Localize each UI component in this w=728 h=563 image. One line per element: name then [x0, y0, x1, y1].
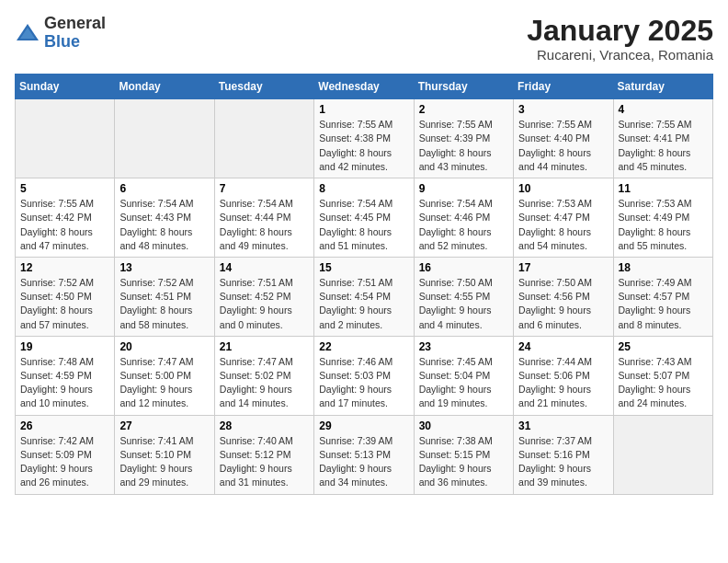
- day-info: Sunrise: 7:38 AM Sunset: 5:15 PM Dayligh…: [419, 434, 508, 490]
- calendar-week-2: 5Sunrise: 7:55 AM Sunset: 4:42 PM Daylig…: [16, 178, 713, 258]
- day-number: 19: [20, 340, 109, 353]
- calendar-cell: 29Sunrise: 7:39 AM Sunset: 5:13 PM Dayli…: [314, 415, 414, 494]
- calendar-cell: 13Sunrise: 7:52 AM Sunset: 4:51 PM Dayli…: [115, 257, 214, 336]
- calendar-week-5: 26Sunrise: 7:42 AM Sunset: 5:09 PM Dayli…: [16, 415, 713, 494]
- calendar-cell: 15Sunrise: 7:51 AM Sunset: 4:54 PM Dayli…: [314, 257, 414, 336]
- day-info: Sunrise: 7:53 AM Sunset: 4:49 PM Dayligh…: [619, 197, 708, 253]
- calendar-table: SundayMondayTuesdayWednesdayThursdayFrid…: [15, 74, 713, 494]
- weekday-header-saturday: Saturday: [613, 75, 712, 99]
- calendar-cell: 26Sunrise: 7:42 AM Sunset: 5:09 PM Dayli…: [16, 415, 115, 494]
- day-number: 23: [419, 340, 508, 353]
- logo-general-text: General: [44, 14, 106, 32]
- day-info: Sunrise: 7:53 AM Sunset: 4:47 PM Dayligh…: [518, 197, 608, 253]
- day-info: Sunrise: 7:54 AM Sunset: 4:46 PM Dayligh…: [419, 197, 508, 253]
- day-number: 25: [619, 340, 708, 353]
- logo-blue-text: Blue: [44, 32, 80, 51]
- day-number: 28: [220, 419, 309, 432]
- day-info: Sunrise: 7:55 AM Sunset: 4:42 PM Dayligh…: [20, 197, 109, 253]
- calendar-cell: 1Sunrise: 7:55 AM Sunset: 4:38 PM Daylig…: [314, 99, 414, 178]
- day-info: Sunrise: 7:55 AM Sunset: 4:41 PM Dayligh…: [619, 118, 708, 174]
- day-number: 12: [20, 261, 109, 274]
- day-info: Sunrise: 7:55 AM Sunset: 4:40 PM Dayligh…: [518, 118, 608, 174]
- day-number: 21: [220, 340, 309, 353]
- day-number: 16: [419, 261, 508, 274]
- calendar-cell: [16, 99, 115, 178]
- day-info: Sunrise: 7:40 AM Sunset: 5:12 PM Dayligh…: [220, 434, 309, 490]
- calendar-cell: 4Sunrise: 7:55 AM Sunset: 4:41 PM Daylig…: [613, 99, 712, 178]
- day-info: Sunrise: 7:55 AM Sunset: 4:38 PM Dayligh…: [319, 118, 408, 174]
- calendar-cell: 3Sunrise: 7:55 AM Sunset: 4:40 PM Daylig…: [514, 99, 613, 178]
- day-number: 26: [20, 419, 109, 432]
- weekday-header-wednesday: Wednesday: [314, 75, 414, 99]
- day-info: Sunrise: 7:55 AM Sunset: 4:39 PM Dayligh…: [419, 118, 508, 174]
- calendar-cell: 11Sunrise: 7:53 AM Sunset: 4:49 PM Dayli…: [613, 178, 712, 258]
- logo-icon: [15, 20, 40, 46]
- weekday-header-monday: Monday: [115, 75, 214, 99]
- day-number: 27: [119, 419, 209, 432]
- day-number: 24: [518, 340, 608, 353]
- calendar-week-4: 19Sunrise: 7:48 AM Sunset: 4:59 PM Dayli…: [16, 336, 713, 415]
- day-number: 14: [220, 261, 309, 274]
- calendar-cell: [115, 99, 214, 178]
- calendar-cell: 18Sunrise: 7:49 AM Sunset: 4:57 PM Dayli…: [613, 257, 712, 336]
- day-info: Sunrise: 7:52 AM Sunset: 4:50 PM Dayligh…: [20, 276, 109, 332]
- day-number: 1: [319, 103, 408, 116]
- calendar-cell: 14Sunrise: 7:51 AM Sunset: 4:52 PM Dayli…: [214, 257, 313, 336]
- weekday-header-tuesday: Tuesday: [214, 75, 313, 99]
- day-info: Sunrise: 7:46 AM Sunset: 5:03 PM Dayligh…: [319, 355, 408, 411]
- day-info: Sunrise: 7:51 AM Sunset: 4:54 PM Dayligh…: [319, 276, 408, 332]
- calendar-cell: [613, 415, 712, 494]
- day-info: Sunrise: 7:47 AM Sunset: 5:02 PM Dayligh…: [220, 355, 309, 411]
- calendar-cell: 16Sunrise: 7:50 AM Sunset: 4:55 PM Dayli…: [414, 257, 513, 336]
- day-info: Sunrise: 7:50 AM Sunset: 4:55 PM Dayligh…: [419, 276, 508, 332]
- day-info: Sunrise: 7:39 AM Sunset: 5:13 PM Dayligh…: [319, 434, 408, 490]
- day-number: 3: [518, 103, 608, 116]
- calendar-cell: 6Sunrise: 7:54 AM Sunset: 4:43 PM Daylig…: [115, 178, 214, 258]
- day-number: 6: [119, 182, 209, 195]
- day-info: Sunrise: 7:54 AM Sunset: 4:45 PM Dayligh…: [319, 197, 408, 253]
- page-subtitle: Rucareni, Vrancea, Romania: [527, 47, 713, 63]
- day-info: Sunrise: 7:47 AM Sunset: 5:00 PM Dayligh…: [119, 355, 209, 411]
- calendar-body: 1Sunrise: 7:55 AM Sunset: 4:38 PM Daylig…: [16, 99, 713, 494]
- day-info: Sunrise: 7:42 AM Sunset: 5:09 PM Dayligh…: [20, 434, 109, 490]
- calendar-cell: 31Sunrise: 7:37 AM Sunset: 5:16 PM Dayli…: [514, 415, 613, 494]
- day-number: 31: [518, 419, 608, 432]
- weekday-header-friday: Friday: [514, 75, 613, 99]
- title-block: January 2025 Rucareni, Vrancea, Romania: [527, 15, 713, 63]
- day-number: 2: [419, 103, 508, 116]
- calendar-cell: 2Sunrise: 7:55 AM Sunset: 4:39 PM Daylig…: [414, 99, 513, 178]
- calendar-cell: 24Sunrise: 7:44 AM Sunset: 5:06 PM Dayli…: [514, 336, 613, 415]
- day-number: 9: [419, 182, 508, 195]
- day-number: 22: [319, 340, 408, 353]
- day-number: 18: [619, 261, 708, 274]
- weekday-header-thursday: Thursday: [414, 75, 513, 99]
- calendar-cell: 22Sunrise: 7:46 AM Sunset: 5:03 PM Dayli…: [314, 336, 414, 415]
- logo: General Blue: [15, 15, 106, 52]
- day-number: 5: [20, 182, 109, 195]
- day-info: Sunrise: 7:37 AM Sunset: 5:16 PM Dayligh…: [518, 434, 608, 490]
- calendar-week-1: 1Sunrise: 7:55 AM Sunset: 4:38 PM Daylig…: [16, 99, 713, 178]
- day-info: Sunrise: 7:41 AM Sunset: 5:10 PM Dayligh…: [119, 434, 209, 490]
- calendar-cell: 20Sunrise: 7:47 AM Sunset: 5:00 PM Dayli…: [115, 336, 214, 415]
- calendar-cell: 23Sunrise: 7:45 AM Sunset: 5:04 PM Dayli…: [414, 336, 513, 415]
- calendar-cell: 25Sunrise: 7:43 AM Sunset: 5:07 PM Dayli…: [613, 336, 712, 415]
- day-info: Sunrise: 7:49 AM Sunset: 4:57 PM Dayligh…: [619, 276, 708, 332]
- day-info: Sunrise: 7:52 AM Sunset: 4:51 PM Dayligh…: [119, 276, 209, 332]
- day-number: 15: [319, 261, 408, 274]
- calendar-cell: 30Sunrise: 7:38 AM Sunset: 5:15 PM Dayli…: [414, 415, 513, 494]
- day-number: 17: [518, 261, 608, 274]
- calendar-cell: 21Sunrise: 7:47 AM Sunset: 5:02 PM Dayli…: [214, 336, 313, 415]
- day-info: Sunrise: 7:48 AM Sunset: 4:59 PM Dayligh…: [20, 355, 109, 411]
- calendar-cell: 5Sunrise: 7:55 AM Sunset: 4:42 PM Daylig…: [16, 178, 115, 258]
- day-info: Sunrise: 7:43 AM Sunset: 5:07 PM Dayligh…: [619, 355, 708, 411]
- calendar-cell: 12Sunrise: 7:52 AM Sunset: 4:50 PM Dayli…: [16, 257, 115, 336]
- calendar-cell: 9Sunrise: 7:54 AM Sunset: 4:46 PM Daylig…: [414, 178, 513, 258]
- calendar-cell: 8Sunrise: 7:54 AM Sunset: 4:45 PM Daylig…: [314, 178, 414, 258]
- day-number: 8: [319, 182, 408, 195]
- calendar-header: SundayMondayTuesdayWednesdayThursdayFrid…: [16, 75, 713, 99]
- calendar-cell: 17Sunrise: 7:50 AM Sunset: 4:56 PM Dayli…: [514, 257, 613, 336]
- day-info: Sunrise: 7:54 AM Sunset: 4:44 PM Dayligh…: [220, 197, 309, 253]
- calendar-cell: 10Sunrise: 7:53 AM Sunset: 4:47 PM Dayli…: [514, 178, 613, 258]
- calendar-cell: 27Sunrise: 7:41 AM Sunset: 5:10 PM Dayli…: [115, 415, 214, 494]
- day-info: Sunrise: 7:54 AM Sunset: 4:43 PM Dayligh…: [119, 197, 209, 253]
